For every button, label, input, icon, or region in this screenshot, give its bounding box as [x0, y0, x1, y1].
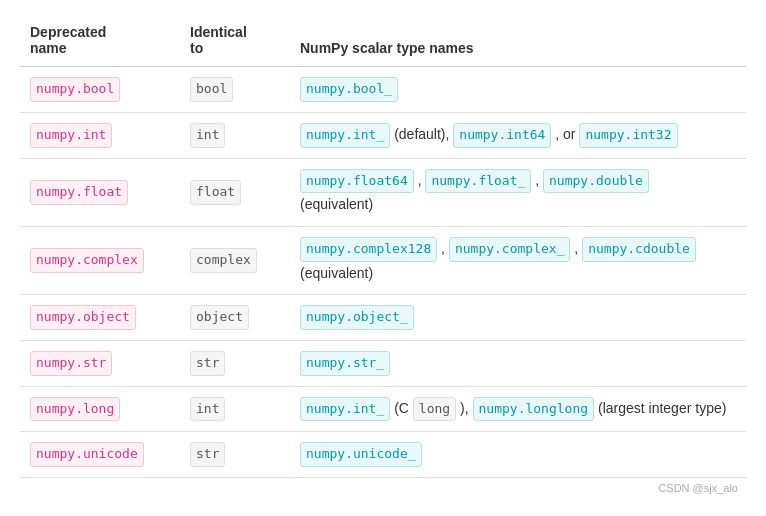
numpy-type-badge: numpy.float_	[425, 169, 531, 194]
cell-deprecated: numpy.bool	[20, 67, 180, 113]
header-identical: Identicalto	[180, 16, 290, 67]
cell-identical: str	[180, 432, 290, 478]
identical-badge: object	[190, 305, 249, 330]
deprecated-name-badge: numpy.str	[30, 351, 112, 376]
deprecated-name-badge: numpy.complex	[30, 248, 144, 273]
type-plain-text: ,	[414, 172, 426, 188]
type-gray-badge: long	[413, 397, 456, 422]
identical-badge: int	[190, 123, 225, 148]
deprecated-name-badge: numpy.float	[30, 180, 128, 205]
type-plain-text: ,	[437, 240, 449, 256]
watermark: CSDN @sjx_alo	[20, 478, 746, 496]
type-plain-text: ,	[570, 240, 582, 256]
cell-identical: bool	[180, 67, 290, 113]
cell-numpy-types: numpy.complex128 , numpy.complex_ , nump…	[290, 226, 746, 294]
identical-badge: str	[190, 442, 225, 467]
type-plain-text: (largest integer type)	[594, 400, 726, 416]
cell-deprecated: numpy.complex	[20, 226, 180, 294]
deprecated-name-badge: numpy.object	[30, 305, 136, 330]
cell-deprecated: numpy.str	[20, 340, 180, 386]
identical-badge: complex	[190, 248, 257, 273]
type-plain-text: ,	[531, 172, 543, 188]
numpy-type-badge: numpy.int64	[453, 123, 551, 148]
identical-badge: float	[190, 180, 241, 205]
table-row: numpy.floatfloatnumpy.float64 , numpy.fl…	[20, 158, 746, 226]
numpy-type-badge: numpy.double	[543, 169, 649, 194]
cell-numpy-types: numpy.int_ (C long ), numpy.longlong (la…	[290, 386, 746, 432]
table-row: numpy.longintnumpy.int_ (C long ), numpy…	[20, 386, 746, 432]
identical-badge: int	[190, 397, 225, 422]
deprecated-name-badge: numpy.unicode	[30, 442, 144, 467]
deprecated-name-badge: numpy.long	[30, 397, 120, 422]
cell-numpy-types: numpy.unicode_	[290, 432, 746, 478]
table-row: numpy.strstrnumpy.str_	[20, 340, 746, 386]
cell-deprecated: numpy.float	[20, 158, 180, 226]
cell-numpy-types: numpy.bool_	[290, 67, 746, 113]
cell-identical: object	[180, 294, 290, 340]
numpy-type-badge: numpy.unicode_	[300, 442, 422, 467]
cell-numpy-types: numpy.str_	[290, 340, 746, 386]
cell-deprecated: numpy.int	[20, 112, 180, 158]
table-row: numpy.objectobjectnumpy.object_	[20, 294, 746, 340]
numpy-type-badge: numpy.cdouble	[582, 237, 696, 262]
deprecated-types-table: Deprecatedname Identicalto NumPy scalar …	[20, 16, 746, 478]
table-row: numpy.boolboolnumpy.bool_	[20, 67, 746, 113]
numpy-type-badge: numpy.bool_	[300, 77, 398, 102]
cell-identical: float	[180, 158, 290, 226]
extra-text: (equivalent)	[300, 196, 373, 212]
table-row: numpy.unicodestrnumpy.unicode_	[20, 432, 746, 478]
numpy-type-badge: numpy.object_	[300, 305, 414, 330]
numpy-type-badge: numpy.float64	[300, 169, 414, 194]
type-plain-text: , or	[551, 126, 579, 142]
header-numpy: NumPy scalar type names	[290, 16, 746, 67]
deprecated-name-badge: numpy.int	[30, 123, 112, 148]
main-container: Deprecatedname Identicalto NumPy scalar …	[0, 0, 766, 516]
type-plain-text: (default),	[390, 126, 453, 142]
cell-deprecated: numpy.object	[20, 294, 180, 340]
numpy-type-badge: numpy.complex128	[300, 237, 437, 262]
cell-identical: int	[180, 386, 290, 432]
cell-numpy-types: numpy.float64 , numpy.float_ , numpy.dou…	[290, 158, 746, 226]
table-row: numpy.intintnumpy.int_ (default), numpy.…	[20, 112, 746, 158]
cell-identical: complex	[180, 226, 290, 294]
numpy-type-badge: numpy.int_	[300, 123, 390, 148]
identical-badge: bool	[190, 77, 233, 102]
table-header-row: Deprecatedname Identicalto NumPy scalar …	[20, 16, 746, 67]
type-plain-text: ),	[456, 400, 472, 416]
numpy-type-badge: numpy.longlong	[473, 397, 595, 422]
numpy-type-badge: numpy.int_	[300, 397, 390, 422]
cell-identical: int	[180, 112, 290, 158]
cell-deprecated: numpy.long	[20, 386, 180, 432]
cell-numpy-types: numpy.object_	[290, 294, 746, 340]
cell-identical: str	[180, 340, 290, 386]
identical-badge: str	[190, 351, 225, 376]
extra-text: (equivalent)	[300, 265, 373, 281]
numpy-type-badge: numpy.complex_	[449, 237, 571, 262]
numpy-type-badge: numpy.str_	[300, 351, 390, 376]
type-plain-text: (C	[390, 400, 413, 416]
numpy-type-badge: numpy.int32	[579, 123, 677, 148]
cell-numpy-types: numpy.int_ (default), numpy.int64 , or n…	[290, 112, 746, 158]
header-deprecated: Deprecatedname	[20, 16, 180, 67]
cell-deprecated: numpy.unicode	[20, 432, 180, 478]
table-row: numpy.complexcomplexnumpy.complex128 , n…	[20, 226, 746, 294]
deprecated-name-badge: numpy.bool	[30, 77, 120, 102]
